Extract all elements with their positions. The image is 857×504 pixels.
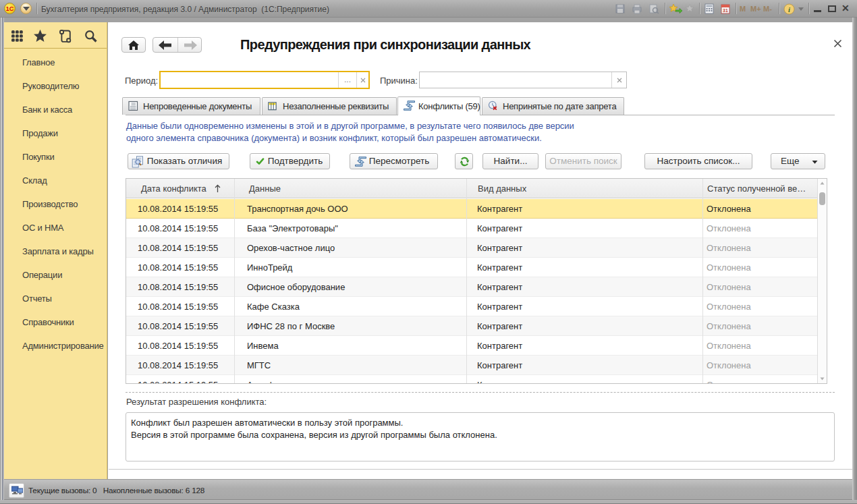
svg-text:31: 31 <box>723 8 728 13</box>
